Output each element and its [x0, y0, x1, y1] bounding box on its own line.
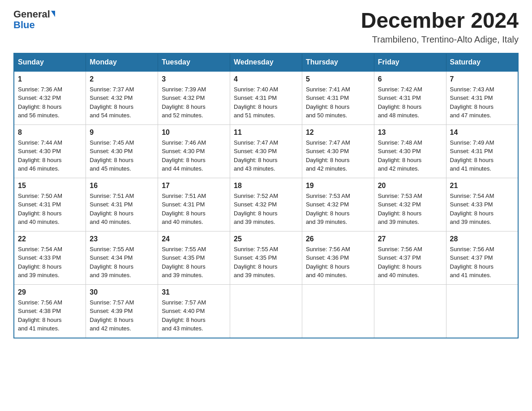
- day-number: 13: [378, 128, 442, 137]
- calendar-cell: 30Sunrise: 7:57 AMSunset: 4:39 PMDayligh…: [86, 284, 158, 338]
- day-number: 4: [234, 75, 298, 83]
- calendar-subtitle: Trambileno, Trentino-Alto Adige, Italy: [361, 34, 519, 45]
- day-number: 30: [90, 288, 154, 296]
- calendar-cell: 9Sunrise: 7:45 AMSunset: 4:30 PMDaylight…: [86, 124, 158, 178]
- day-number: 22: [18, 235, 82, 243]
- col-thursday: Thursday: [302, 53, 374, 71]
- day-info: Sunrise: 7:43 AMSunset: 4:31 PMDaylight:…: [450, 85, 514, 120]
- calendar-title: December 2024: [361, 9, 519, 33]
- logo-blue: Blue: [13, 20, 55, 30]
- day-info: Sunrise: 7:50 AMSunset: 4:31 PMDaylight:…: [18, 192, 82, 227]
- calendar-cell: 18Sunrise: 7:52 AMSunset: 4:32 PMDayligh…: [230, 178, 302, 231]
- day-number: 29: [18, 288, 82, 296]
- calendar-cell: 26Sunrise: 7:56 AMSunset: 4:36 PMDayligh…: [302, 231, 374, 284]
- day-number: 14: [450, 128, 514, 137]
- calendar-header: Sunday Monday Tuesday Wednesday Thursday…: [14, 53, 518, 71]
- calendar-cell: 13Sunrise: 7:48 AMSunset: 4:30 PMDayligh…: [374, 124, 446, 178]
- calendar-cell: 31Sunrise: 7:57 AMSunset: 4:40 PMDayligh…: [158, 284, 230, 338]
- day-info: Sunrise: 7:47 AMSunset: 4:30 PMDaylight:…: [234, 138, 298, 173]
- calendar-cell: 12Sunrise: 7:47 AMSunset: 4:30 PMDayligh…: [302, 124, 374, 178]
- col-sunday: Sunday: [14, 53, 86, 71]
- calendar-table: Sunday Monday Tuesday Wednesday Thursday…: [13, 53, 519, 338]
- day-number: 8: [18, 128, 82, 137]
- day-info: Sunrise: 7:41 AMSunset: 4:31 PMDaylight:…: [306, 85, 370, 120]
- day-info: Sunrise: 7:56 AMSunset: 4:37 PMDaylight:…: [450, 245, 514, 280]
- day-number: 31: [162, 288, 226, 296]
- day-number: 1: [18, 75, 82, 83]
- calendar-cell: [374, 284, 446, 338]
- day-number: 16: [90, 182, 154, 190]
- calendar-cell: 10Sunrise: 7:46 AMSunset: 4:30 PMDayligh…: [158, 124, 230, 178]
- logo-general: General: [13, 9, 50, 20]
- calendar-cell: 25Sunrise: 7:55 AMSunset: 4:35 PMDayligh…: [230, 231, 302, 284]
- day-number: 9: [90, 128, 154, 137]
- day-info: Sunrise: 7:40 AMSunset: 4:31 PMDaylight:…: [234, 85, 298, 120]
- calendar-cell: 20Sunrise: 7:53 AMSunset: 4:32 PMDayligh…: [374, 178, 446, 231]
- calendar-cell: 16Sunrise: 7:51 AMSunset: 4:31 PMDayligh…: [86, 178, 158, 231]
- day-info: Sunrise: 7:54 AMSunset: 4:33 PMDaylight:…: [18, 245, 82, 280]
- calendar-cell: 11Sunrise: 7:47 AMSunset: 4:30 PMDayligh…: [230, 124, 302, 178]
- calendar-cell: 28Sunrise: 7:56 AMSunset: 4:37 PMDayligh…: [446, 231, 518, 284]
- day-info: Sunrise: 7:36 AMSunset: 4:32 PMDaylight:…: [18, 85, 82, 120]
- day-info: Sunrise: 7:44 AMSunset: 4:30 PMDaylight:…: [18, 138, 82, 173]
- calendar-cell: 8Sunrise: 7:44 AMSunset: 4:30 PMDaylight…: [14, 124, 86, 178]
- day-info: Sunrise: 7:53 AMSunset: 4:32 PMDaylight:…: [306, 192, 370, 227]
- page-header: General Blue December 2024 Trambileno, T…: [13, 9, 519, 45]
- calendar-cell: 19Sunrise: 7:53 AMSunset: 4:32 PMDayligh…: [302, 178, 374, 231]
- day-number: 11: [234, 128, 298, 137]
- calendar-cell: 5Sunrise: 7:41 AMSunset: 4:31 PMDaylight…: [302, 71, 374, 125]
- day-info: Sunrise: 7:57 AMSunset: 4:40 PMDaylight:…: [162, 298, 226, 333]
- calendar-cell: 23Sunrise: 7:55 AMSunset: 4:34 PMDayligh…: [86, 231, 158, 284]
- calendar-cell: 29Sunrise: 7:56 AMSunset: 4:38 PMDayligh…: [14, 284, 86, 338]
- day-number: 6: [378, 75, 442, 83]
- day-number: 17: [162, 182, 226, 190]
- calendar-cell: 14Sunrise: 7:49 AMSunset: 4:31 PMDayligh…: [446, 124, 518, 178]
- day-number: 10: [162, 128, 226, 137]
- col-friday: Friday: [374, 53, 446, 71]
- day-info: Sunrise: 7:39 AMSunset: 4:32 PMDaylight:…: [162, 85, 226, 120]
- day-number: 12: [306, 128, 370, 137]
- calendar-cell: [302, 284, 374, 338]
- day-number: 24: [162, 235, 226, 243]
- day-info: Sunrise: 7:45 AMSunset: 4:30 PMDaylight:…: [90, 138, 154, 173]
- day-info: Sunrise: 7:55 AMSunset: 4:34 PMDaylight:…: [90, 245, 154, 280]
- day-number: 25: [234, 235, 298, 243]
- day-info: Sunrise: 7:52 AMSunset: 4:32 PMDaylight:…: [234, 192, 298, 227]
- title-block: December 2024 Trambileno, Trentino-Alto …: [361, 9, 519, 45]
- day-number: 2: [90, 75, 154, 83]
- day-info: Sunrise: 7:48 AMSunset: 4:30 PMDaylight:…: [378, 138, 442, 173]
- day-number: 23: [90, 235, 154, 243]
- day-number: 3: [162, 75, 226, 83]
- day-info: Sunrise: 7:37 AMSunset: 4:32 PMDaylight:…: [90, 85, 154, 120]
- day-info: Sunrise: 7:51 AMSunset: 4:31 PMDaylight:…: [90, 192, 154, 227]
- calendar-week-1: 1Sunrise: 7:36 AMSunset: 4:32 PMDaylight…: [14, 71, 518, 125]
- calendar-cell: 24Sunrise: 7:55 AMSunset: 4:35 PMDayligh…: [158, 231, 230, 284]
- day-number: 7: [450, 75, 514, 83]
- logo: General Blue: [13, 9, 55, 30]
- col-monday: Monday: [86, 53, 158, 71]
- day-info: Sunrise: 7:56 AMSunset: 4:38 PMDaylight:…: [18, 298, 82, 333]
- calendar-cell: 6Sunrise: 7:42 AMSunset: 4:31 PMDaylight…: [374, 71, 446, 125]
- day-info: Sunrise: 7:55 AMSunset: 4:35 PMDaylight:…: [162, 245, 226, 280]
- calendar-cell: 27Sunrise: 7:56 AMSunset: 4:37 PMDayligh…: [374, 231, 446, 284]
- day-info: Sunrise: 7:56 AMSunset: 4:36 PMDaylight:…: [306, 245, 370, 280]
- day-info: Sunrise: 7:56 AMSunset: 4:37 PMDaylight:…: [378, 245, 442, 280]
- day-number: 28: [450, 235, 514, 243]
- calendar-cell: 7Sunrise: 7:43 AMSunset: 4:31 PMDaylight…: [446, 71, 518, 125]
- calendar-cell: [230, 284, 302, 338]
- calendar-week-2: 8Sunrise: 7:44 AMSunset: 4:30 PMDaylight…: [14, 124, 518, 178]
- calendar-cell: 4Sunrise: 7:40 AMSunset: 4:31 PMDaylight…: [230, 71, 302, 125]
- day-info: Sunrise: 7:57 AMSunset: 4:39 PMDaylight:…: [90, 298, 154, 333]
- day-info: Sunrise: 7:53 AMSunset: 4:32 PMDaylight:…: [378, 192, 442, 227]
- day-info: Sunrise: 7:42 AMSunset: 4:31 PMDaylight:…: [378, 85, 442, 120]
- day-number: 5: [306, 75, 370, 83]
- calendar-cell: 3Sunrise: 7:39 AMSunset: 4:32 PMDaylight…: [158, 71, 230, 125]
- day-number: 18: [234, 182, 298, 190]
- day-number: 15: [18, 182, 82, 190]
- calendar-cell: 21Sunrise: 7:54 AMSunset: 4:33 PMDayligh…: [446, 178, 518, 231]
- calendar-cell: 1Sunrise: 7:36 AMSunset: 4:32 PMDaylight…: [14, 71, 86, 125]
- calendar-week-5: 29Sunrise: 7:56 AMSunset: 4:38 PMDayligh…: [14, 284, 518, 338]
- header-row: Sunday Monday Tuesday Wednesday Thursday…: [14, 53, 518, 71]
- day-info: Sunrise: 7:47 AMSunset: 4:30 PMDaylight:…: [306, 138, 370, 173]
- col-wednesday: Wednesday: [230, 53, 302, 71]
